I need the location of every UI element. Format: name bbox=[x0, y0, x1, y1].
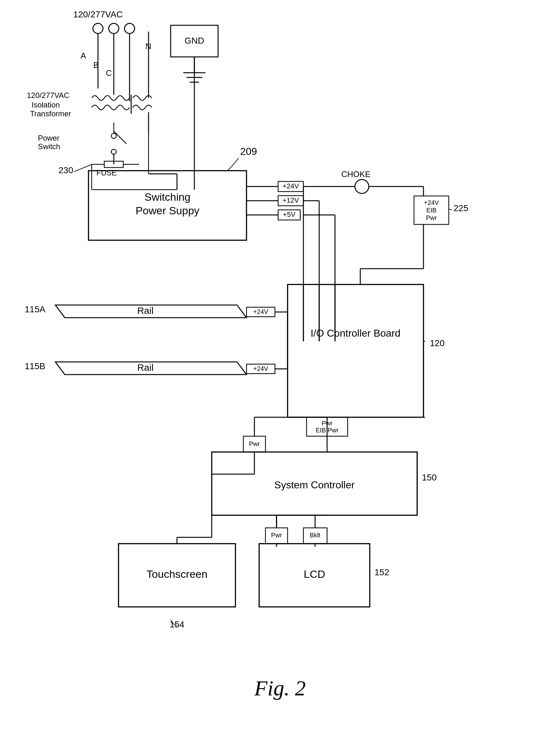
v12-output-label: +12V bbox=[283, 196, 299, 204]
choke-label: CHOKE bbox=[341, 169, 370, 179]
pwr-label: Pwr bbox=[426, 214, 437, 221]
ref-150: 150 bbox=[422, 473, 437, 482]
isolation-transformer-label3: Transformer bbox=[30, 109, 71, 118]
fuse-label: FUSE bbox=[96, 168, 117, 177]
ref-115b: 115B bbox=[25, 361, 45, 371]
power-switch-label2: Switch bbox=[38, 142, 60, 151]
ref-115a: 115A bbox=[25, 304, 46, 314]
ref-230: 230 bbox=[58, 165, 73, 175]
voltage-label: 120/277VAC bbox=[73, 9, 123, 19]
ref-152: 152 bbox=[374, 567, 389, 577]
bklt-label: Bklt bbox=[310, 532, 320, 539]
isolation-transformer-label2: Isolation bbox=[32, 101, 60, 109]
lcd-label: LCD bbox=[304, 568, 325, 580]
phase-a-label: A bbox=[81, 51, 86, 60]
ref-225: 225 bbox=[453, 203, 468, 213]
gnd-label: GND bbox=[185, 36, 204, 46]
diagram-container: 120/277VAC A B C N 120/277VAC Isolation … bbox=[0, 0, 560, 733]
system-controller-label: System Controller bbox=[274, 479, 355, 491]
isolation-transformer-label: 120/277VAC bbox=[27, 91, 69, 100]
power-switch-label: Power bbox=[38, 134, 59, 142]
figure-caption: Fig. 2 bbox=[254, 676, 306, 700]
ref-209: 209 bbox=[240, 146, 257, 157]
pwr-sc-label: Pwr bbox=[249, 440, 260, 447]
switching-ps-label2: Power Suppy bbox=[136, 205, 199, 217]
phase-c-label: C bbox=[106, 68, 112, 78]
switching-ps-label: Switching bbox=[144, 191, 191, 203]
rail-a-24v-label: +24V bbox=[253, 308, 268, 315]
svg-rect-0 bbox=[0, 0, 560, 733]
io-controller-label: I/O Controller Board bbox=[311, 327, 401, 339]
touchscreen-label: Touchscreen bbox=[147, 568, 208, 580]
eib-label: EIB bbox=[426, 207, 436, 214]
rail-b-24v-label: +24V bbox=[253, 365, 268, 372]
pwr-lcd-label: Pwr bbox=[271, 532, 282, 539]
v24-eib-label1: +24V bbox=[424, 199, 439, 206]
rail-a-label: Rail bbox=[137, 305, 154, 316]
v5-output-label: +5V bbox=[283, 211, 295, 218]
ref-154: 154 bbox=[170, 620, 185, 629]
v24-output-label: +24V bbox=[283, 182, 299, 190]
ref-120: 120 bbox=[430, 338, 445, 348]
rail-b-label: Rail bbox=[137, 362, 154, 373]
